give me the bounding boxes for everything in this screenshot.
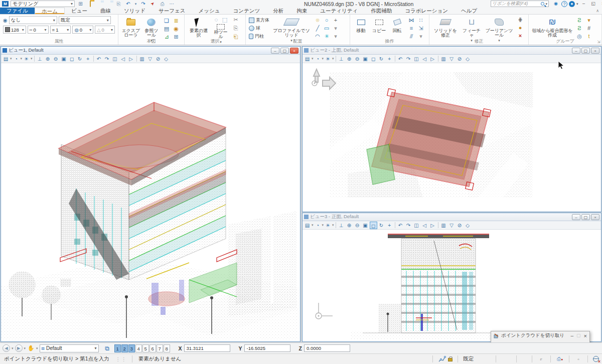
tab-drawing-aids[interactable]: 作図補助 [364,8,398,14]
place-rectangle-icon[interactable]: ▭ [323,25,331,32]
view-next-icon[interactable]: ▷ [127,55,135,63]
rotate-button[interactable]: 回転 [389,16,405,33]
active-color-combo[interactable]: 128▾ [3,26,26,34]
view1-close-button[interactable]: × [290,48,298,54]
app-logo-icon[interactable]: M [2,1,9,7]
window-area-icon[interactable]: ▣ [60,55,68,63]
active-level-indicator[interactable]: 既定 [463,355,474,362]
minimize-window-button[interactable]: – [580,1,588,7]
view-toggle-8[interactable]: 8 [164,344,170,352]
complex-shape-icon[interactable]: Ƨ [575,25,583,32]
group-hole-icon[interactable]: ▾ [585,17,593,24]
undo-dropdown[interactable]: ▾ [134,1,137,7]
tab-curves[interactable]: 曲線 [94,8,117,14]
explorer-button[interactable]: エクスプローラ [121,16,140,38]
tab-collaborate[interactable]: コラボレーション [398,8,455,14]
zoom-out-icon[interactable]: ⊖ [52,55,60,63]
zoom-out-icon[interactable]: ⊖ [354,55,361,63]
view-attributes-icon[interactable]: ▤ [304,55,311,63]
clip-mask-icon[interactable]: ⊘ [155,55,162,63]
tab-help[interactable]: ヘルプ [455,8,484,14]
y-coordinate-field[interactable]: -16.5025 [244,344,290,352]
copy-view-icon[interactable]: ◫ [413,55,420,63]
move-button[interactable]: 移動 [353,16,369,33]
rotate-view-icon[interactable]: ↻ [378,222,385,229]
fence-shape-icon[interactable]: ⬚ [221,16,229,24]
locks-icon[interactable] [448,358,453,361]
dialog-title-bar[interactable]: ポイントクラウドを切り取り – ▢ × [491,331,589,340]
fit-view-icon[interactable]: ◻ [370,55,377,63]
view2-title-bar[interactable]: ビュー2 - 上面, Default – ▢ × [303,47,601,55]
view3-title-bar[interactable]: ビュー3 - 正面, Default – ▢ × [303,213,601,221]
transparency-combo[interactable]: ◍0▾ [72,26,93,34]
perspective-icon[interactable]: ◇ [464,222,472,229]
rotate-view-icon[interactable]: ↻ [378,55,385,63]
view-toggle-5[interactable]: 5 [142,344,149,352]
cascade-icon[interactable]: ▥ [440,55,447,63]
active-style-combo[interactable]: 既定▾ [59,16,111,24]
view3-maximize-button[interactable]: ▢ [581,214,590,220]
lightbulb-icon[interactable]: ⌾ [314,17,322,24]
element-template-combo[interactable]: なし▾ [9,16,57,24]
clip-volume-icon[interactable]: ▽ [448,222,456,229]
perspective-icon[interactable]: ◇ [163,55,170,63]
rotate-view-icon[interactable]: ↻ [76,55,84,63]
line-style-combo[interactable]: ╍0▾ [28,26,49,34]
view-groups-icon[interactable]: ⧉ [103,345,111,352]
view-redo-icon[interactable]: ↷ [405,55,412,63]
display-style-icon[interactable]: ◔ [314,222,322,229]
ribbon-search-input[interactable]: リボンを検索(F4) ▾ [491,1,549,7]
view-toggle-6[interactable]: 6 [149,344,156,352]
complex-chain-icon[interactable]: Ƨ [575,17,583,24]
compress-button[interactable]: ⎘ [115,1,122,7]
view-previous-icon[interactable]: ◁ [119,55,127,63]
dgn-status-icon[interactable]: ▫ [574,356,582,362]
pan-view-icon[interactable]: + [386,222,393,229]
display-style-icon[interactable]: ◔ [13,55,20,63]
stretch-icon[interactable]: ⇲ [417,25,425,32]
selection-set-icon[interactable]: ⟔ [537,356,545,362]
view-previous-icon[interactable]: ◁ [421,55,428,63]
view-undo-icon[interactable]: ↶ [95,55,103,63]
place-line-icon[interactable]: ╱ [314,25,322,32]
zoom-in-icon[interactable]: ⊕ [346,55,353,63]
view1-title-bar[interactable]: ビュー1, Default – ▢ × [1,47,300,55]
place-circle-icon[interactable]: ○ [323,17,331,24]
priority-combo[interactable]: △0▾ [95,26,115,34]
cascade-icon[interactable]: ▥ [440,222,447,229]
restore-window-button[interactable]: ◱ [589,1,597,7]
dialog-close-button[interactable]: × [584,333,587,339]
clip-mask-icon[interactable]: ⊘ [456,55,464,63]
save-button[interactable] [96,1,103,7]
tab-mesh[interactable]: メッシュ [192,8,226,14]
pan-view-icon[interactable]: + [84,55,92,63]
back-button[interactable]: ◀ [3,344,10,352]
print-button[interactable]: ⎙ [159,1,166,7]
tab-utilities[interactable]: ユーティリティ [314,8,364,14]
copy-view-icon[interactable]: ◫ [111,55,119,63]
tab-surfaces[interactable]: サーフェス [152,8,192,14]
view-attributes-icon[interactable]: ▤ [2,55,10,63]
place-multiline-icon[interactable]: ▾ [332,25,340,32]
element-selection-button[interactable]: 要素の選択 [188,16,210,38]
create-region-button[interactable]: ₪ 領域から複合図形を作成 [532,16,573,38]
markers-icon[interactable]: ✋ [27,345,35,351]
notifications-bell-icon[interactable]: ◉ [552,1,560,7]
adjust-view-icon[interactable]: ☀ [324,55,332,63]
ribbon-layout-icon[interactable]: ⊞ [77,1,84,7]
x-coordinate-field[interactable]: 31.3121 [184,344,230,352]
modify-solid-button[interactable]: ソリッドを修正 [432,16,459,38]
view2-minimize-button[interactable]: – [572,48,580,54]
zoom-in-icon[interactable]: ⊕ [346,222,353,229]
copy-button[interactable]: コピー [371,16,387,33]
search-dropdown-icon[interactable]: ▾ [545,2,547,6]
dialog-maximize-button[interactable]: ▢ [576,333,581,339]
zoom-out-icon[interactable]: ⊖ [354,222,361,229]
adjust-view-icon[interactable]: ☀ [23,55,30,63]
view-undo-icon[interactable]: ↶ [397,222,404,229]
fit-view-icon[interactable]: ◻ [68,55,76,63]
clip-volume-icon[interactable]: ▽ [146,55,154,63]
clip-mask-icon[interactable]: ⊘ [456,222,464,229]
view-next-icon[interactable]: ▷ [429,222,436,229]
connection-status-icon[interactable] [593,356,599,362]
